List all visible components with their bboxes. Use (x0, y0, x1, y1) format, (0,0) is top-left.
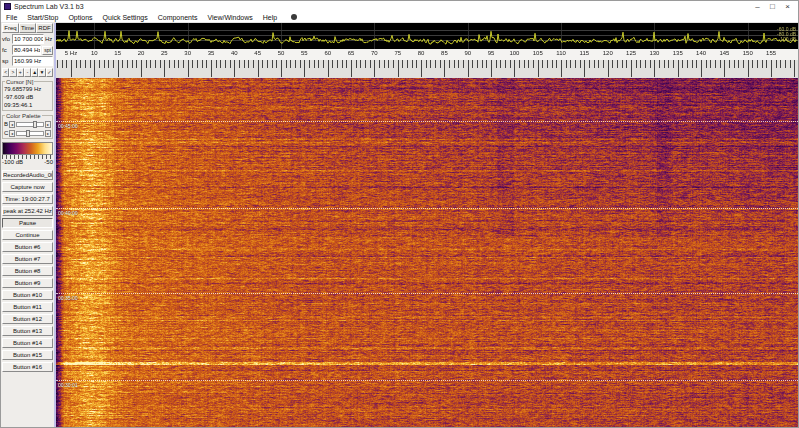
tab-rdf[interactable]: RDF (36, 23, 53, 33)
button-12-button[interactable]: Button #12 (2, 314, 53, 324)
frequency-tick-label: 135 (673, 50, 683, 57)
time-marker-line: 00:40:00 (56, 208, 798, 209)
frequency-tick-label: 110 (556, 50, 566, 57)
numbered-button-group: Button #6Button #7Button #8Button #9Butt… (2, 240, 53, 372)
frequency-tick-label: 115 (580, 50, 590, 57)
brightness-right-arrow[interactable]: ▸ (45, 121, 51, 128)
frequency-tick-label: 155 (766, 50, 776, 57)
spt-button[interactable]: spt (42, 46, 53, 55)
zoom-in-button[interactable]: + (17, 68, 24, 77)
button-14-button[interactable]: Button #14 (2, 338, 53, 348)
button-15-button[interactable]: Button #15 (2, 350, 53, 360)
frequency-tick-label: 140 (696, 50, 706, 57)
color-palette-panel: Color Palette B ◂ ▸ C ◂ ▸ (2, 115, 53, 139)
time-marker-line: 00:45:00 (56, 121, 798, 122)
fc-row: fc 80.494 Hz spt (2, 45, 53, 55)
frequency-tick-label: 25 (161, 50, 168, 57)
app-window: Spectrum Lab V3.1 b3 – □ × FileStart/Sto… (0, 0, 799, 428)
time-marker-label: 00:30:01 (58, 382, 77, 388)
brightness-left-arrow[interactable]: ◂ (9, 121, 15, 128)
spectrogram-waterfall-canvas[interactable] (56, 78, 798, 427)
step-down-button[interactable]: ▼ (38, 68, 45, 77)
frequency-tick-label: 60 (324, 50, 331, 57)
frequency-tick-label: 80 (418, 50, 425, 57)
button-16-button[interactable]: Button #16 (2, 362, 53, 372)
contrast-slider[interactable] (16, 131, 44, 136)
palette-scale-labels: -100 dB -50 (2, 159, 53, 166)
button-8-button[interactable]: Button #8 (2, 266, 53, 276)
step-up-button[interactable]: ▲ (31, 68, 38, 77)
peak-display-button[interactable]: peak at 252.42 Hz (2, 206, 53, 216)
fc-input[interactable]: 80.494 Hz (12, 45, 41, 55)
display-area: -60.0 dB-80.0 dB-100 dB 5 Hz101520253035… (56, 23, 798, 427)
frequency-tick-label: 145 (719, 50, 729, 57)
record-indicator-icon (291, 14, 297, 20)
frequency-tick-label: 45 (254, 50, 261, 57)
palette-gradient-bar[interactable] (2, 142, 53, 155)
menu-help[interactable]: Help (263, 14, 277, 21)
tab-freq[interactable]: Freq (2, 23, 19, 33)
menu-start-stop[interactable]: Start/Stop (27, 14, 58, 21)
button-6-button[interactable]: Button #6 (2, 242, 53, 252)
brightness-slider-row: B ◂ ▸ (4, 120, 51, 128)
apply-button[interactable]: ✓ (46, 68, 53, 77)
capture-now-button[interactable]: Capture now (2, 182, 53, 192)
time-marker-label: 00:45:00 (58, 123, 77, 129)
frequency-tick-label: 15 (114, 50, 121, 57)
tab-time[interactable]: Time (19, 23, 36, 33)
fc-label: fc (2, 47, 11, 53)
menu-bar: FileStart/StopOptionsQuick SettingsCompo… (1, 12, 798, 23)
menu-view-windows[interactable]: View/Windows (207, 14, 252, 21)
time-display-button[interactable]: Time: 19:00:27.7 (2, 194, 53, 204)
button-9-button[interactable]: Button #9 (2, 278, 53, 288)
button-13-button[interactable]: Button #13 (2, 326, 53, 336)
menu-quick-settings[interactable]: Quick Settings (103, 14, 148, 21)
button-11-button[interactable]: Button #11 (2, 302, 53, 312)
cursor-time: 09:35:46.1 (4, 101, 51, 109)
recorded-audio-file-button[interactable]: RecordedAudio_005. (2, 170, 53, 180)
app-icon (4, 3, 11, 10)
time-marker-line: 00:35:00 (56, 293, 798, 294)
button-7-button[interactable]: Button #7 (2, 254, 53, 264)
menu-file[interactable]: File (6, 14, 17, 21)
contrast-thumb[interactable] (26, 130, 30, 137)
frequency-tick-label: 30 (184, 50, 191, 57)
contrast-right-arrow[interactable]: ▸ (45, 130, 51, 137)
frequency-tick-label: 5 Hz (65, 50, 77, 57)
vfo-input[interactable]: 10 700 000 (12, 34, 44, 44)
sp-input[interactable]: 160.99 Hz (12, 56, 53, 66)
menu-components[interactable]: Components (158, 14, 198, 21)
spectrum-graph-canvas[interactable] (56, 23, 798, 49)
brightness-thumb[interactable] (33, 121, 37, 128)
sp-row: sp 160.99 Hz (2, 56, 53, 66)
time-marker-line: 00:30:01 (56, 380, 798, 381)
spectrogram-waterfall[interactable]: 00:45:0000:40:0000:35:0000:30:01 (56, 78, 798, 427)
maximize-button[interactable]: □ (765, 2, 780, 12)
frequency-ruler[interactable]: 5 Hz101520253035404550556065707580859095… (56, 49, 798, 78)
spectrum-graph-pane[interactable]: -60.0 dB-80.0 dB-100 dB (56, 23, 798, 49)
button-10-button[interactable]: Button #10 (2, 290, 53, 300)
minimize-button[interactable]: – (750, 2, 765, 12)
pause-button[interactable]: Pause (2, 218, 53, 228)
brightness-slider[interactable] (16, 122, 44, 127)
vfo-row: vfo 10 700 000 Hz (2, 34, 53, 44)
step-left-button[interactable]: < (2, 68, 9, 77)
vfo-unit: Hz (45, 36, 53, 42)
frequency-tick-label: 85 (441, 50, 448, 57)
frequency-tick-label: 105 (533, 50, 543, 57)
zoom-out-button[interactable]: - (24, 68, 31, 77)
contrast-slider-row: C ◂ ▸ (4, 129, 51, 137)
contrast-left-arrow[interactable]: ◂ (9, 130, 15, 137)
sp-label: sp (2, 58, 11, 64)
palette-scale-max: -50 (44, 159, 53, 166)
color-palette-title: Color Palette (5, 113, 42, 119)
window-title: Spectrum Lab V3.1 b3 (14, 3, 750, 10)
continue-button[interactable]: Continue (2, 230, 53, 240)
step-right-button[interactable]: > (9, 68, 16, 77)
menu-options[interactable]: Options (68, 14, 92, 21)
frequency-tick-label: 65 (348, 50, 355, 57)
frequency-tick-label: 90 (464, 50, 471, 57)
frequency-tick-label: 75 (394, 50, 401, 57)
close-button[interactable]: × (780, 2, 795, 12)
palette-scale-min: -100 dB (2, 159, 23, 166)
